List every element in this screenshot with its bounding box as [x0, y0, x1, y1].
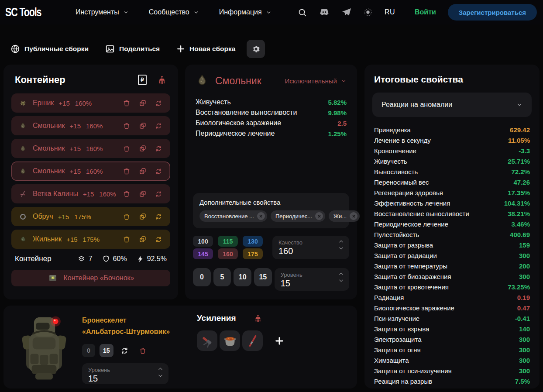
copy-icon[interactable] [139, 99, 147, 107]
refresh-icon[interactable] [155, 122, 162, 130]
property-chip[interactable]: Жи... [329, 210, 360, 222]
chevron-down-icon[interactable] [158, 374, 163, 378]
new-build-button[interactable]: Новая сборка [176, 45, 235, 53]
level-select[interactable]: Уровень 15 [275, 268, 349, 291]
quality-100-button[interactable]: 100 [193, 236, 213, 247]
nav-menu: Инструменты Сообщество Информация [76, 8, 272, 16]
level-10-button[interactable]: 10 [234, 268, 251, 286]
armor-level-select[interactable]: Уровень 15 [82, 363, 168, 384]
telegram-icon[interactable] [342, 8, 351, 17]
share-button[interactable]: Поделиться [105, 44, 160, 54]
refresh-icon[interactable] [155, 167, 162, 175]
chevron-up-icon[interactable] [158, 367, 163, 371]
stat-label: Защита от разрыва [374, 241, 433, 249]
delete-icon[interactable] [123, 122, 131, 130]
globe-icon [10, 44, 20, 54]
container-select-button[interactable]: Контейнер «Бочонок» [11, 270, 170, 286]
delete-armor-icon[interactable] [139, 347, 147, 354]
item-name: Обруч [33, 213, 53, 220]
item-upgrade: +15 [70, 168, 81, 175]
clear-boosts-broom-icon[interactable] [254, 314, 262, 323]
stat-label: Восстановление выносливости [374, 210, 469, 217]
settings-button[interactable] [247, 40, 265, 58]
remove-chip-icon[interactable] [257, 212, 265, 220]
login-link[interactable]: Войти [415, 8, 436, 16]
boost-slot-injector[interactable] [197, 330, 217, 351]
stat-label: Живучесть [374, 158, 407, 165]
register-button[interactable]: Зарегистрироваться [448, 4, 537, 21]
nav-item-info[interactable]: Информация [219, 8, 272, 16]
quality-175-button[interactable]: 175 [243, 248, 263, 259]
soup-pot-icon [223, 334, 237, 348]
nav-item-tools[interactable]: Инструменты [76, 8, 129, 16]
theme-toggle-icon[interactable] [363, 7, 373, 17]
delete-icon[interactable] [123, 213, 131, 220]
total-stat-row: Защита от пси-излучения300 [374, 365, 530, 376]
chevron-down-icon[interactable] [339, 247, 344, 250]
copy-icon[interactable] [139, 213, 147, 220]
refresh-icon[interactable] [155, 99, 162, 107]
boost-slot-rod[interactable] [242, 330, 263, 351]
stat-value: -3.3 [519, 147, 530, 155]
copy-icon[interactable] [139, 190, 147, 198]
copy-icon[interactable] [139, 144, 147, 152]
public-builds-button[interactable]: Публичные сборки [10, 44, 89, 54]
chevron-up-icon[interactable] [339, 272, 344, 275]
image-icon [105, 44, 115, 54]
copy-icon[interactable] [139, 235, 147, 243]
add-boost-button[interactable] [275, 336, 284, 346]
delete-icon[interactable] [123, 144, 131, 152]
item-name: Ветка Калины [33, 190, 78, 198]
container-item-row[interactable]: Обруч +15 175% [11, 207, 170, 226]
container-item-row-selected[interactable]: Смольник +15 160% [11, 162, 170, 181]
level-0-button[interactable]: 0 [193, 268, 211, 286]
property-chip[interactable]: Восстановление ... [199, 210, 267, 222]
item-vetka-kaliny-icon [19, 190, 27, 198]
boost-slot-pot[interactable] [220, 330, 240, 351]
item-upgrade: +15 [83, 190, 94, 198]
refresh-icon[interactable] [155, 144, 162, 152]
discord-icon[interactable] [319, 8, 330, 17]
property-chip[interactable]: Периодичес... [271, 210, 325, 222]
chevron-down-icon[interactable] [339, 279, 344, 282]
rarity-select[interactable]: Исключительный [285, 77, 347, 85]
container-item-row[interactable]: Ершик +15 160% [11, 93, 170, 113]
copy-icon[interactable] [139, 122, 147, 130]
container-item-row[interactable]: Смольник +15 160% [11, 116, 170, 135]
remove-chip-icon[interactable] [350, 212, 357, 220]
delete-icon[interactable] [123, 190, 131, 198]
quality-130-button[interactable]: 130 [243, 236, 263, 247]
quality-160-button[interactable]: 160 [218, 248, 238, 259]
container-item-row[interactable]: Ветка Калины +15 160% [11, 184, 170, 203]
level-5-button[interactable]: 5 [213, 268, 231, 286]
chevron-down-icon [193, 10, 199, 15]
copy-icon[interactable] [139, 167, 147, 175]
remove-chip-icon[interactable] [315, 212, 323, 220]
container-item-row[interactable]: Смольник +15 160% [11, 139, 170, 158]
clear-broom-icon[interactable] [157, 75, 167, 85]
refresh-icon[interactable] [155, 213, 162, 220]
quality-145-button[interactable]: 145 [193, 248, 213, 259]
item-quality: 160% [99, 190, 116, 198]
chevron-up-icon[interactable] [339, 240, 344, 243]
delete-icon[interactable] [123, 99, 131, 107]
delete-icon[interactable] [123, 167, 131, 175]
level-15-button[interactable]: 15 [254, 268, 272, 286]
stat-label: Лечение в секунду [374, 137, 431, 144]
delete-icon[interactable] [123, 235, 131, 243]
quality-115-button[interactable]: 115 [218, 236, 238, 247]
price-receipt-icon[interactable]: ₽ [138, 75, 147, 85]
armor-level-0-button[interactable]: 0 [82, 344, 95, 357]
refresh-icon[interactable] [155, 235, 162, 243]
refresh-icon[interactable] [120, 347, 129, 355]
logo[interactable]: SC Tools [5, 6, 41, 19]
anomaly-filter-select[interactable]: Реакции на аномалии [372, 93, 532, 117]
refresh-icon[interactable] [155, 190, 162, 198]
armor-level-15-button[interactable]: 15 [100, 344, 113, 357]
search-icon[interactable] [298, 8, 307, 17]
nav-item-community[interactable]: Сообщество [149, 8, 199, 16]
language-switcher[interactable]: RU [385, 8, 395, 16]
item-header: Смольник Исключительный [196, 74, 347, 87]
container-item-row[interactable]: Жильник +15 175% [11, 230, 170, 249]
quality-select[interactable]: Качество 160 [272, 236, 349, 259]
